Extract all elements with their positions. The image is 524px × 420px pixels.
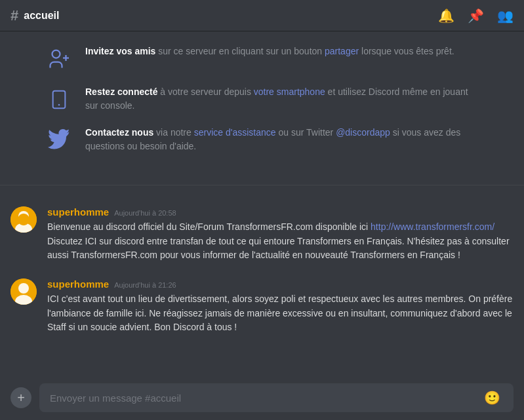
info-item-invite: Invitez vos amis sur ce serveur en cliqu… bbox=[46, 45, 478, 72]
info-item-contact: Contactez nous via notre service d'assis… bbox=[46, 126, 478, 153]
info-text-connected: Restez connecté à votre serveur depuis v… bbox=[85, 85, 478, 113]
message-header: superhomme Aujourd'hui à 20:58 bbox=[47, 206, 514, 218]
smartphone-icon bbox=[46, 86, 72, 113]
header-left: # accueil bbox=[10, 7, 60, 24]
add-attachment-button[interactable]: + bbox=[10, 387, 31, 408]
link-transformers[interactable]: http://www.transformersfr.com/ bbox=[371, 221, 494, 232]
message-group: superhomme Aujourd'hui à 20:58 Bienvenue… bbox=[0, 201, 524, 268]
channel-header: # accueil 🔔 📌 👥 bbox=[0, 0, 524, 31]
message-username: superhomme bbox=[47, 206, 109, 218]
message-timestamp: Aujourd'hui à 20:58 bbox=[114, 209, 176, 217]
info-section: Invitez vos amis sur ce serveur en cliqu… bbox=[0, 31, 524, 180]
divider bbox=[0, 185, 524, 185]
svg-point-9 bbox=[18, 283, 29, 294]
info-text-invite: Invitez vos amis sur ce serveur en cliqu… bbox=[85, 45, 454, 58]
notification-bell-icon[interactable]: 🔔 bbox=[438, 8, 454, 24]
header-icons: 🔔 📌 👥 bbox=[438, 8, 514, 24]
emoji-button[interactable]: 🙂 bbox=[481, 390, 503, 406]
info-text-contact: Contactez nous via notre service d'assis… bbox=[85, 126, 478, 153]
message-content: superhomme Aujourd'hui à 20:58 Bienvenue… bbox=[47, 206, 514, 263]
messages-section: superhomme Aujourd'hui à 20:58 Bienvenue… bbox=[0, 191, 524, 375]
pin-icon[interactable]: 📌 bbox=[468, 8, 484, 24]
link-discordapp[interactable]: @discordapp bbox=[336, 127, 390, 138]
message-username: superhomme bbox=[47, 278, 109, 290]
twitter-icon bbox=[46, 127, 72, 153]
avatar bbox=[10, 206, 37, 233]
info-item-connected: Restez connecté à votre serveur depuis v… bbox=[46, 85, 478, 113]
hash-icon: # bbox=[10, 7, 18, 24]
chat-area: Invitez vos amis sur ce serveur en cliqu… bbox=[0, 31, 524, 375]
message-body: ICI c'est avant tout un lieu de divertis… bbox=[47, 292, 514, 335]
input-bar: + 🙂 bbox=[0, 375, 524, 420]
svg-point-0 bbox=[52, 50, 60, 58]
message-timestamp: Aujourd'hui à 21:26 bbox=[114, 281, 176, 289]
channel-name: accueil bbox=[24, 10, 59, 22]
message-group: superhomme Aujourd'hui à 21:26 ICI c'est… bbox=[0, 273, 524, 340]
person-add-icon bbox=[46, 46, 72, 72]
input-field-wrapper: 🙂 bbox=[39, 383, 514, 412]
message-body: Bienvenue au discord officiel du Site/Fo… bbox=[47, 220, 514, 263]
message-input[interactable] bbox=[50, 392, 481, 404]
message-content: superhomme Aujourd'hui à 21:26 ICI c'est… bbox=[47, 278, 514, 335]
message-header: superhomme Aujourd'hui à 21:26 bbox=[47, 278, 514, 290]
link-support[interactable]: service d'assistance bbox=[194, 127, 276, 138]
avatar bbox=[10, 278, 37, 305]
link-smartphone[interactable]: votre smartphone bbox=[254, 86, 325, 97]
link-partager[interactable]: partager bbox=[325, 46, 359, 56]
members-icon[interactable]: 👥 bbox=[497, 8, 514, 24]
